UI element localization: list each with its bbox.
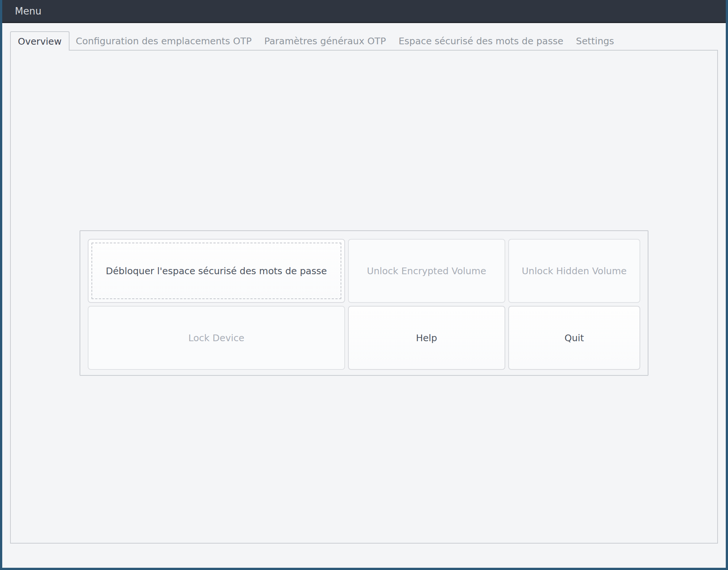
help-button[interactable]: Help: [348, 306, 505, 370]
button-label: Help: [416, 333, 437, 343]
quit-button[interactable]: Quit: [508, 306, 640, 370]
unlock-encrypted-volume-button[interactable]: Unlock Encrypted Volume: [348, 239, 505, 303]
button-label: Lock Device: [189, 333, 244, 343]
button-label: Débloquer l'espace sécurisé des mots de …: [106, 266, 327, 276]
menubar: Menu: [2, 0, 726, 23]
button-label: Unlock Encrypted Volume: [367, 266, 486, 276]
menu-button[interactable]: Menu: [11, 4, 45, 18]
unlock-hidden-volume-button[interactable]: Unlock Hidden Volume: [508, 239, 640, 303]
tab-password-safe[interactable]: Espace sécurisé des mots de passe: [392, 31, 570, 51]
app-window: Menu Overview Configuration des emplacem…: [0, 0, 728, 570]
unlock-password-safe-button[interactable]: Débloquer l'espace sécurisé des mots de …: [88, 239, 345, 303]
button-label: Quit: [564, 333, 584, 343]
overview-tab-panel: Débloquer l'espace sécurisé des mots de …: [10, 50, 718, 544]
content-area: Overview Configuration des emplacements …: [2, 23, 726, 568]
actions-button-grid: Débloquer l'espace sécurisé des mots de …: [88, 239, 640, 370]
tab-settings[interactable]: Settings: [570, 31, 621, 51]
actions-group-box: Débloquer l'espace sécurisé des mots de …: [80, 230, 648, 376]
lock-device-button[interactable]: Lock Device: [88, 306, 345, 370]
tab-overview[interactable]: Overview: [10, 31, 70, 51]
button-label: Unlock Hidden Volume: [522, 266, 626, 276]
tab-otp-slot-configuration[interactable]: Configuration des emplacements OTP: [70, 31, 258, 51]
tab-otp-general-settings[interactable]: Paramètres généraux OTP: [258, 31, 392, 51]
tab-bar: Overview Configuration des emplacements …: [10, 31, 718, 51]
